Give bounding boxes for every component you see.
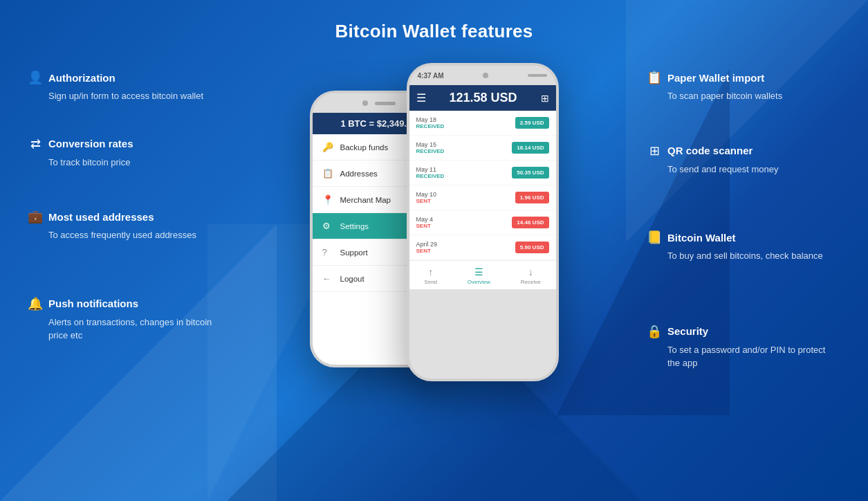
qr-code-scanner-desc: To send and request money (647, 163, 840, 176)
security-icon: 🔒 (647, 324, 662, 339)
receive-icon: ↓ (528, 266, 533, 277)
paper-wallet-icon: 📋 (647, 70, 662, 85)
nav-overview[interactable]: ☰ Overview (468, 266, 490, 285)
tx-row-1: May 15 RECEIVED 18.14 USD (409, 136, 556, 161)
authorization-title: Authorization (48, 72, 116, 84)
feature-push-notifications: 🔔 Push notifications Alerts on transacti… (28, 296, 221, 343)
feature-authorization: 👤 Authorization Sign up/in form to acces… (28, 70, 221, 103)
settings-icon: ⚙ (322, 221, 333, 231)
menu-item-label: Support (340, 248, 368, 257)
feature-most-used-addresses: 💼 Most used addresses To access frequent… (28, 209, 221, 242)
tx-amount: 18.14 USD (512, 142, 548, 154)
tx-amount: 2.59 USD (515, 117, 549, 129)
qr-code-icon: ⊞ (647, 143, 662, 158)
overview-icon: ☰ (474, 266, 483, 277)
tx-type: SENT (416, 223, 434, 229)
page-title: Bitcoin Wallet features (0, 0, 868, 42)
tx-type: RECEIVED (416, 148, 445, 154)
menu-item-label: Addresses (340, 170, 378, 178)
tx-amount: 5.90 USD (515, 242, 549, 253)
conversion-rates-icon: ⇄ (28, 136, 43, 152)
qr-code-scanner-title: QR code scanner (667, 145, 752, 156)
front-header: ☰ 121.58 USD ⊞ (409, 85, 556, 111)
bitcoin-wallet-desc: To buy and sell bitcoins, check balance (647, 249, 840, 263)
authorization-desc: Sign up/in form to access bitcoin wallet (28, 89, 221, 103)
feature-bitcoin-wallet: 📒 Bitcoin Wallet To buy and sell bitcoin… (647, 230, 840, 263)
send-icon: ↑ (428, 266, 433, 277)
bottom-nav: ↑ Send ☰ Overview ↓ Receive (409, 260, 556, 289)
tx-type: SENT (416, 198, 437, 204)
tx-date: May 4 (416, 216, 434, 223)
phone-time: 4:37 AM (418, 72, 444, 80)
right-features-panel: 📋 Paper Wallet import To scan paper bitc… (647, 56, 840, 390)
security-desc: To set a password and/or PIN to protect … (647, 343, 840, 370)
tx-row-0: May 18 RECEIVED 2.59 USD (409, 111, 556, 136)
support-icon: ? (322, 247, 333, 257)
nav-receive-label: Receive (521, 279, 541, 285)
conversion-rates-desc: To track bitcoin price (28, 156, 221, 170)
nav-overview-label: Overview (468, 279, 490, 285)
feature-paper-wallet-import: 📋 Paper Wallet import To scan paper bitc… (647, 70, 840, 103)
push-notifications-desc: Alerts on transactions, changes in bitco… (28, 316, 221, 343)
feature-qr-code-scanner: ⊞ QR code scanner To send and request mo… (647, 143, 840, 176)
merchant-map-icon: 📍 (322, 194, 333, 205)
tx-date: May 10 (416, 191, 437, 198)
tx-amount: 1.96 USD (515, 192, 549, 203)
push-notifications-icon: 🔔 (28, 296, 43, 311)
tx-type: RECEIVED (416, 173, 445, 179)
bitcoin-wallet-icon: 📒 (647, 230, 662, 245)
tx-date: April 29 (416, 241, 438, 248)
security-title: Security (667, 325, 708, 337)
tx-date: May 15 (416, 141, 445, 148)
nav-send[interactable]: ↑ Send (424, 266, 437, 285)
authorization-icon: 👤 (28, 70, 43, 85)
push-notifications-title: Push notifications (48, 298, 138, 309)
paper-wallet-import-title: Paper Wallet import (667, 72, 764, 84)
tx-type: RECEIVED (416, 123, 445, 129)
balance-display: 121.58 USD (426, 91, 541, 105)
backup-funds-icon: 🔑 (322, 142, 333, 152)
nav-receive[interactable]: ↓ Receive (521, 266, 541, 285)
feature-security: 🔒 Security To set a password and/or PIN … (647, 324, 840, 370)
tx-amount: 50.35 USD (512, 167, 548, 179)
logout-icon: ← (322, 273, 333, 284)
phones-area: 1 BTC = $2,349.70 🔑 Backup funds 📋 Addre… (289, 49, 580, 450)
hamburger-icon[interactable]: ☰ (416, 91, 426, 104)
tx-row-5: April 29 SENT 5.90 USD (409, 235, 556, 260)
paper-wallet-import-desc: To scan paper bitcoin wallets (647, 89, 840, 103)
qr-icon[interactable]: ⊞ (541, 93, 549, 104)
tx-date: May 18 (416, 116, 445, 123)
transaction-list: May 18 RECEIVED 2.59 USD May 15 RECEIVED… (409, 111, 556, 260)
tx-row-4: May 4 SENT 14.46 USD (409, 210, 556, 235)
tx-type: SENT (416, 248, 438, 254)
tx-date: May 11 (416, 166, 445, 173)
tx-row-3: May 10 SENT 1.96 USD (409, 185, 556, 210)
phone-front: 4:37 AM ☰ 121.58 USD ⊞ May 18 RECEIVED (407, 63, 559, 381)
menu-item-label: Merchant Map (340, 196, 391, 204)
menu-item-label: Settings (340, 222, 369, 230)
menu-item-label: Logout (340, 275, 364, 283)
addresses-icon: 📋 (322, 168, 333, 179)
most-used-addresses-icon: 💼 (28, 209, 43, 224)
feature-conversion-rates: ⇄ Conversion rates To track bitcoin pric… (28, 136, 221, 170)
most-used-addresses-title: Most used addresses (48, 211, 154, 223)
nav-send-label: Send (424, 279, 437, 285)
left-features-panel: 👤 Authorization Sign up/in form to acces… (28, 56, 221, 362)
menu-item-label: Backup funds (340, 143, 389, 152)
tx-row-2: May 11 RECEIVED 50.35 USD (409, 161, 556, 185)
conversion-rates-title: Conversion rates (48, 138, 133, 149)
tx-amount: 14.46 USD (512, 217, 548, 228)
bitcoin-wallet-title: Bitcoin Wallet (667, 232, 736, 244)
most-used-addresses-desc: To access frequently used addresses (28, 228, 221, 242)
